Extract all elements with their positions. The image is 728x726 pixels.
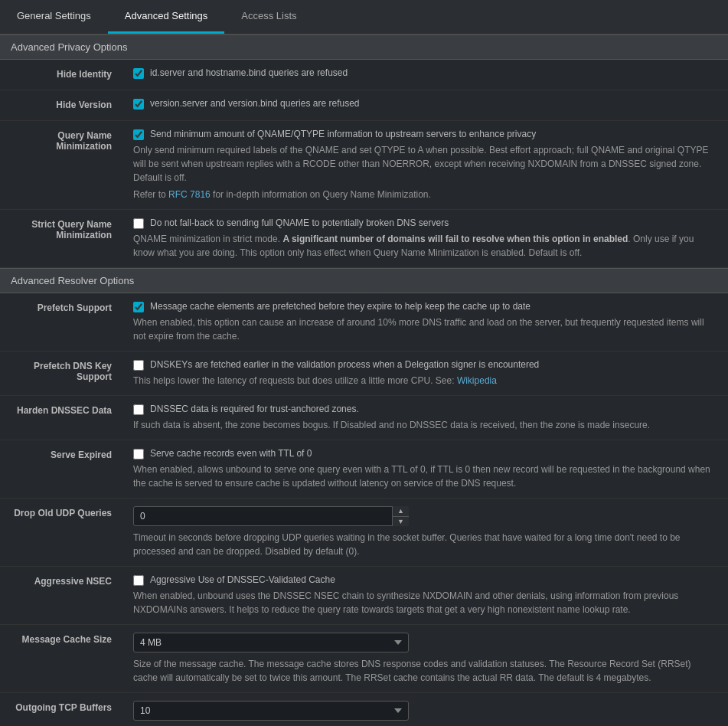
rfc7816-link[interactable]: RFC 7816 <box>168 189 211 200</box>
message-cache-size-desc: Size of the message cache. The message c… <box>133 657 717 685</box>
prefetch-dns-key-checkbox[interactable] <box>133 360 144 371</box>
hide-version-checkbox-label: version.server and version.bind queries … <box>150 98 359 109</box>
drop-old-udp-desc: Timeout in seconds before dropping UDP q… <box>133 531 717 558</box>
harden-dnssec-content: DNSSEC data is required for trust-anchor… <box>122 396 728 440</box>
strict-query-name-min-content: Do not fall-back to sending full QNAME t… <box>122 210 728 267</box>
aggressive-nsec-desc: When enabled, unbound uses the DNSSEC NS… <box>133 589 717 616</box>
spin-down-button[interactable]: ▼ <box>393 517 409 527</box>
resolver-section-header: Advanced Resolver Options <box>0 268 728 293</box>
strict-query-name-min-row: Strict Query NameMinimization Do not fal… <box>0 210 728 268</box>
tab-bar: General Settings Advanced Settings Acces… <box>0 0 728 34</box>
main-content: Advanced Privacy Options Hide Identity i… <box>0 34 728 726</box>
query-name-min-content: Send minimum amount of QNAME/QTYPE infor… <box>122 121 728 209</box>
serve-expired-desc: When enabled, allows unbound to serve on… <box>133 463 717 490</box>
prefetch-support-checkbox-label: Message cache elements are prefetched be… <box>150 301 530 312</box>
prefetch-support-checkbox[interactable] <box>133 302 144 312</box>
tab-access[interactable]: Access Lists <box>224 0 313 34</box>
hide-version-label: Hide Version <box>0 90 122 120</box>
prefetch-support-desc: When enabled, this option can cause an i… <box>133 316 717 343</box>
hide-version-checkbox[interactable] <box>133 99 144 110</box>
prefetch-dns-key-label: Prefetch DNS KeySupport <box>0 352 122 395</box>
prefetch-dns-key-content: DNSKEYs are fetched earlier in the valid… <box>122 352 728 395</box>
aggressive-nsec-checkbox[interactable] <box>133 575 144 586</box>
harden-dnssec-label: Harden DNSSEC Data <box>0 396 122 440</box>
message-cache-size-row: Message Cache Size 4 MB 8 MB 16 MB 32 MB… <box>0 625 728 693</box>
outgoing-tcp-buffers-content: 10 20 50 100 <box>122 693 728 726</box>
spin-up-button[interactable]: ▲ <box>393 506 409 517</box>
query-name-min-row: Query NameMinimization Send minimum amou… <box>0 121 728 210</box>
prefetch-dns-key-desc: This helps lower the latency of requests… <box>133 374 717 388</box>
tab-general[interactable]: General Settings <box>0 0 108 34</box>
query-name-min-label: Query NameMinimization <box>0 121 122 209</box>
outgoing-tcp-buffers-select[interactable]: 10 20 50 100 <box>133 701 409 721</box>
harden-dnssec-desc: If such data is absent, the zone becomes… <box>133 418 717 432</box>
privacy-section-header: Advanced Privacy Options <box>0 34 728 60</box>
drop-old-udp-label: Drop Old UDP Queries <box>0 499 122 566</box>
drop-old-udp-input[interactable] <box>133 506 409 526</box>
query-name-min-link-prefix: Refer to <box>133 189 168 200</box>
strict-query-name-min-checkbox-label: Do not fall-back to sending full QNAME t… <box>150 217 449 228</box>
serve-expired-checkbox[interactable] <box>133 449 144 459</box>
tab-advanced[interactable]: Advanced Settings <box>108 0 224 34</box>
prefetch-support-content: Message cache elements are prefetched be… <box>122 293 728 351</box>
serve-expired-label: Serve Expired <box>0 440 122 498</box>
hide-identity-checkbox[interactable] <box>133 68 144 79</box>
prefetch-dns-key-checkbox-label: DNSKEYs are fetched earlier in the valid… <box>150 359 539 370</box>
outgoing-tcp-buffers-row: Outgoing TCP Buffers 10 20 50 100 <box>0 693 728 726</box>
message-cache-size-select[interactable]: 4 MB 8 MB 16 MB 32 MB 64 MB 128 MB <box>133 633 409 652</box>
strict-query-name-min-checkbox[interactable] <box>133 218 144 229</box>
query-name-min-checkbox-label: Send minimum amount of QNAME/QTYPE infor… <box>150 129 536 139</box>
wikipedia-link[interactable]: Wikipedia <box>457 375 497 386</box>
query-name-min-desc: Only send minimum required labels of the… <box>133 143 717 185</box>
hide-identity-checkbox-label: id.server and hostname.bind queries are … <box>150 67 348 78</box>
aggressive-nsec-checkbox-label: Aggressive Use of DNSSEC-Validated Cache <box>150 574 335 585</box>
message-cache-size-content: 4 MB 8 MB 16 MB 32 MB 64 MB 128 MB Size … <box>122 625 728 692</box>
strict-query-name-min-desc: QNAME minimization in strict mode. A sig… <box>133 232 717 260</box>
hide-identity-label: Hide Identity <box>0 60 122 90</box>
aggressive-nsec-content: Aggressive Use of DNSSEC-Validated Cache… <box>122 567 728 624</box>
drop-old-udp-row: Drop Old UDP Queries ▲ ▼ Timeout in seco… <box>0 499 728 567</box>
harden-dnssec-checkbox[interactable] <box>133 404 144 415</box>
prefetch-support-row: Prefetch Support Message cache elements … <box>0 293 728 352</box>
hide-identity-content: id.server and hostname.bind queries are … <box>122 60 728 90</box>
hide-version-content: version.server and version.bind queries … <box>122 90 728 120</box>
prefetch-dns-key-row: Prefetch DNS KeySupport DNSKEYs are fetc… <box>0 352 728 396</box>
query-name-min-checkbox[interactable] <box>133 129 144 140</box>
hide-version-row: Hide Version version.server and version.… <box>0 90 728 121</box>
drop-old-udp-content: ▲ ▼ Timeout in seconds before dropping U… <box>122 499 728 566</box>
query-name-min-link-line: Refer to RFC 7816 for in-depth informati… <box>133 188 717 201</box>
strict-query-name-min-label: Strict Query NameMinimization <box>0 210 122 267</box>
drop-old-udp-input-wrapper: ▲ ▼ <box>133 506 409 526</box>
strict-warning-bold: A significant number of domains will fai… <box>282 234 628 244</box>
hide-identity-row: Hide Identity id.server and hostname.bin… <box>0 60 728 90</box>
aggressive-nsec-row: Aggressive NSEC Aggressive Use of DNSSEC… <box>0 567 728 625</box>
harden-dnssec-checkbox-label: DNSSEC data is required for trust-anchor… <box>150 404 359 414</box>
aggressive-nsec-label: Aggressive NSEC <box>0 567 122 624</box>
harden-dnssec-row: Harden DNSSEC Data DNSSEC data is requir… <box>0 396 728 440</box>
serve-expired-content: Serve cache records even with TTL of 0 W… <box>122 440 728 498</box>
outgoing-tcp-buffers-label: Outgoing TCP Buffers <box>0 693 122 726</box>
serve-expired-row: Serve Expired Serve cache records even w… <box>0 440 728 499</box>
query-name-min-link-suffix: for in-depth information on Query Name M… <box>211 189 431 200</box>
serve-expired-checkbox-label: Serve cache records even with TTL of 0 <box>150 448 312 459</box>
prefetch-support-label: Prefetch Support <box>0 293 122 351</box>
message-cache-size-label: Message Cache Size <box>0 625 122 692</box>
spin-buttons: ▲ ▼ <box>392 506 409 526</box>
